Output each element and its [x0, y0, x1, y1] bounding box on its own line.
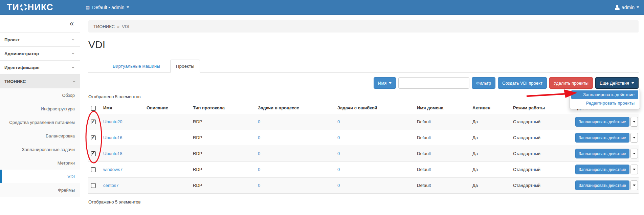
items-count-top: Отображено 5 элементов	[88, 94, 639, 99]
row-actions-dropdown-button[interactable]	[630, 133, 638, 143]
row-actions-dropdown-button[interactable]	[630, 117, 638, 127]
chevron-down-icon	[127, 6, 129, 8]
cell-description	[144, 114, 190, 130]
sidebar-section-label: Администратор	[4, 51, 39, 56]
cell-description	[144, 146, 190, 162]
table-header-row: Имя Описание Тип протокола Задачи в проц…	[88, 102, 639, 114]
cell-domain: Default	[414, 114, 470, 130]
breadcrumb: ТИОНИКС » VDI	[88, 20, 639, 33]
project-name-link[interactable]: Ubuntu16	[103, 135, 122, 140]
tasks-in-progress-link[interactable]: 0	[258, 183, 260, 188]
sidebar-item-label: Инфраструктура	[41, 106, 75, 111]
table-row: Ubuntu18 RDP 0 0 Default Да Стандартный …	[88, 146, 639, 162]
sidebar-section-identity[interactable]: Идентификация ›	[0, 61, 80, 74]
sidebar-item-scheduled-tasks[interactable]: Запланированные задачи	[0, 143, 80, 156]
project-context-dropdown[interactable]: ▤ Default • admin	[86, 5, 129, 10]
breadcrumb-separator: »	[117, 24, 119, 29]
schedule-action-button[interactable]: Запланировать действие	[575, 149, 629, 158]
menu-item-schedule-action[interactable]: Запланировать действие	[571, 90, 638, 99]
sidebar-item-overview[interactable]: Обзор	[0, 88, 80, 102]
more-actions-button[interactable]: Еще Действия	[595, 77, 639, 89]
chevron-down-icon	[633, 169, 636, 170]
row-actions-dropdown-button[interactable]	[630, 165, 638, 174]
tasks-with-error-link[interactable]: 0	[337, 151, 340, 156]
more-actions-label: Еще Действия	[600, 81, 629, 86]
cell-active: Да	[470, 114, 510, 130]
project-name-link[interactable]: Ubuntu18	[103, 151, 122, 156]
tasks-with-error-link[interactable]: 0	[337, 135, 340, 140]
schedule-action-button[interactable]: Запланировать действие	[575, 117, 629, 127]
sidebar-item-metrics[interactable]: Метрики	[0, 156, 80, 170]
sidebar-item-power-management[interactable]: Средства управления питанием	[0, 115, 80, 129]
breadcrumb-current: VDI	[122, 24, 129, 29]
sidebar-section-label: Идентификация	[4, 65, 40, 70]
schedule-action-button[interactable]: Запланировать действие	[575, 133, 629, 143]
chevron-down-icon	[631, 82, 634, 84]
tasks-in-progress-link[interactable]: 0	[258, 151, 260, 156]
sidebar-item-vdi[interactable]: VDI	[0, 170, 80, 183]
cell-description	[144, 177, 190, 193]
cell-active: Да	[470, 177, 510, 193]
more-actions-menu: Запланировать действие Редактировать про…	[570, 89, 640, 109]
tasks-in-progress-link[interactable]: 0	[258, 167, 260, 172]
row-checkbox[interactable]	[91, 151, 96, 156]
tab-virtual-machines[interactable]: Виртуальные машины	[107, 60, 165, 72]
col-header-description: Описание	[144, 102, 190, 114]
search-input[interactable]	[398, 77, 469, 89]
cell-description	[144, 130, 190, 146]
top-navbar: ТИНИКС ▤ Default • admin admin	[0, 0, 644, 15]
page-title: VDI	[88, 38, 639, 51]
sidebar-item-infrastructure[interactable]: Инфраструктура	[0, 102, 80, 115]
sidebar-item-label: Фреймы	[58, 188, 75, 193]
row-checkbox[interactable]	[91, 120, 96, 124]
tasks-in-progress-link[interactable]: 0	[258, 119, 260, 124]
items-count-bottom: Отображено 5 элементов	[88, 199, 639, 205]
sidebar-section-project[interactable]: Проект ›	[0, 33, 80, 47]
tab-projects[interactable]: Проекты	[170, 60, 200, 73]
schedule-action-button[interactable]: Запланировать действие	[575, 180, 629, 190]
sidebar-section-label: ТИОНИКС	[4, 79, 26, 84]
sort-field-dropdown[interactable]: Имя	[374, 77, 396, 89]
delete-projects-button[interactable]: Удалить проекты	[549, 77, 593, 89]
sidebar: « Проект › Администратор › Идентификация…	[0, 15, 80, 215]
tasks-with-error-link[interactable]: 0	[337, 167, 340, 172]
sidebar-item-frames[interactable]: Фреймы	[0, 183, 80, 197]
row-checkbox[interactable]	[91, 167, 96, 172]
sidebar-item-label: Балансировка	[46, 133, 75, 138]
cell-protocol: RDP	[190, 162, 255, 177]
cell-protocol: RDP	[190, 130, 255, 146]
row-actions-dropdown-button[interactable]	[630, 180, 638, 190]
table-row: Ubuntu20 RDP 0 0 Default Да Стандартный …	[88, 114, 639, 130]
create-vdi-project-button[interactable]: Создать VDI проект	[498, 77, 547, 89]
project-name-link[interactable]: centos7	[103, 183, 119, 188]
select-all-checkbox[interactable]	[91, 106, 96, 111]
logo-text-prefix: ТИ	[7, 2, 19, 13]
chevron-down-icon: ›	[71, 39, 76, 41]
sidebar-item-label: Средства управления питанием	[9, 120, 75, 125]
col-header-tasks-with-error: Задачи с ошибкой	[335, 102, 414, 114]
sidebar-section-tionix[interactable]: ТИОНИКС ›	[0, 74, 80, 88]
row-checkbox[interactable]	[91, 183, 96, 188]
schedule-action-button[interactable]: Запланировать действие	[575, 165, 629, 174]
sidebar-item-balancing[interactable]: Балансировка	[0, 129, 80, 143]
logo-ring-icon	[19, 3, 27, 11]
project-context-icon: ▤	[86, 5, 90, 10]
filter-button[interactable]: Фильтр	[472, 77, 495, 89]
sidebar-item-label: Обзор	[62, 93, 75, 98]
user-icon	[615, 5, 620, 9]
user-menu[interactable]: admin	[615, 5, 639, 10]
project-name-link[interactable]: Ubuntu20	[103, 119, 122, 124]
tasks-with-error-link[interactable]: 0	[337, 119, 340, 124]
sidebar-section-admin[interactable]: Администратор ›	[0, 47, 80, 61]
cell-domain: Default	[414, 177, 470, 193]
row-checkbox[interactable]	[91, 135, 96, 140]
chevron-down-icon	[637, 6, 639, 8]
sidebar-collapse-button[interactable]: «	[0, 15, 80, 33]
tasks-with-error-link[interactable]: 0	[337, 183, 340, 188]
tasks-in-progress-link[interactable]: 0	[258, 135, 260, 140]
menu-item-edit-projects[interactable]: Редактировать проекты	[571, 99, 638, 107]
chevron-down-icon	[633, 121, 636, 123]
cell-mode: Стандартный	[510, 146, 575, 162]
project-name-link[interactable]: windows7	[103, 167, 123, 172]
row-actions-dropdown-button[interactable]	[630, 149, 638, 158]
